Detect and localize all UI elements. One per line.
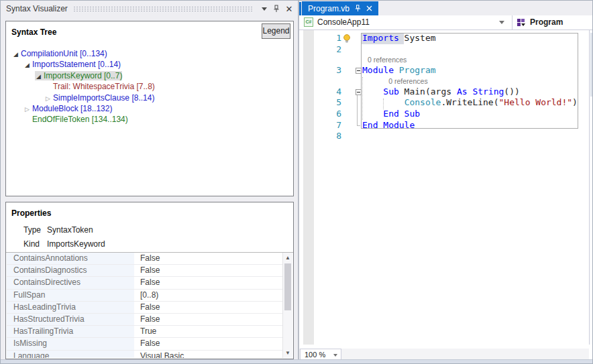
code-line[interactable]: 5 Console.WriteLine("Hello World!") [304,97,588,109]
chevron-down-icon[interactable] [499,21,504,24]
glyph-margin [341,131,362,142]
tree-node-label: SimpleImportsClause [8..14) [53,93,154,103]
syntax-tree-panel: Syntax Tree Legend ◢CompilationUnit [0..… [5,21,294,196]
tree-node-label: Trail: WhitespaceTrivia [7..8) [53,82,155,91]
divider [512,15,513,29]
property-row[interactable]: HasLeadingTriviaFalse [7,302,282,314]
property-name: Language [7,351,134,359]
code-line[interactable]: 8 [304,131,588,142]
property-value: False [134,302,282,313]
code-token: System [399,33,436,44]
line-number: 6 [304,109,341,120]
code-editor[interactable]: 1Imports System20 references3Module Prog… [304,33,588,142]
tree-node[interactable]: ◢ImportsKeyword [0..7) [7,70,292,81]
lightbulb-icon[interactable] [343,34,351,43]
summary-row: KindImportsKeyword [23,237,105,251]
code-line[interactable]: 3Module Program [304,65,588,76]
expand-triangle-icon[interactable]: ◢ [12,49,19,60]
glyph-margin [341,44,362,56]
code-line[interactable]: 4 Sub Main(args As String()) [304,86,588,98]
tree-node-label: ImportsKeyword [0..7) [44,71,122,80]
property-row[interactable]: LanguageVisual Basic [7,351,282,359]
glyph-margin [341,109,362,120]
property-name: HasStructuredTrivia [7,314,134,325]
tab-program-vb[interactable]: Program.vb [302,1,378,15]
property-name: FullSpan [7,290,134,301]
close-icon[interactable] [366,5,372,11]
tree-node[interactable]: Trail: WhitespaceTrivia [7..8) [7,81,292,92]
code-line[interactable]: 6 End Sub [304,109,588,120]
collapse-region-icon[interactable] [356,89,362,95]
window-bottom-edge [1,359,592,363]
property-row[interactable]: IsMissingFalse [7,338,282,350]
tree-node[interactable]: EndOfFileToken [134..134) [7,114,292,125]
code-line[interactable]: 1Imports System [304,33,588,44]
document-tabbar: Program.vb [299,1,593,15]
property-row[interactable]: ContainsDiagnosticsFalse [7,265,282,277]
editor-pane: Program.vb C# ConsoleApp11 [299,1,593,361]
property-row[interactable]: FullSpan[0..8) [7,290,282,302]
syntax-tree-header: Syntax Tree [11,27,56,37]
line-number: 4 [304,86,341,98]
code-token: As [457,86,468,98]
code-token [394,65,399,76]
syntax-visualizer-titlebar[interactable]: Syntax Visualizer ✕ [1,1,298,17]
line-number: 1 [304,33,341,44]
tree-node[interactable]: ◢ImportsStatement [0..14) [7,59,292,70]
window-position-button[interactable] [259,3,270,14]
code-token: Imports [362,33,399,44]
glyph-margin [341,65,362,76]
property-row[interactable]: ContainsDirectivesFalse [7,277,282,289]
tree-node-label: ImportsStatement [0..14) [32,60,121,69]
tree-node[interactable]: ▷SimpleImportsClause [8..14) [7,93,292,103]
collapse-triangle-icon[interactable]: ▷ [44,93,52,104]
collapse-region-icon[interactable] [356,68,362,74]
property-row[interactable]: ContainsAnnotationsFalse [7,253,282,265]
codelens-references[interactable]: 0 references [304,76,588,86]
code-token: Module [362,65,394,76]
code-token: End Sub [383,109,420,120]
scroll-down-icon[interactable]: ▼ [283,350,292,356]
member-dropdown[interactable]: Program [517,17,563,27]
property-name: HasTrailingTrivia [7,326,134,337]
property-name: IsMissing [7,338,134,349]
code-token [362,97,405,109]
scrollbar-thumb[interactable] [284,263,291,310]
collapse-triangle-icon[interactable]: ▷ [23,104,31,115]
scroll-up-icon[interactable]: ▲ [283,255,292,261]
property-row[interactable]: HasStructuredTriviaFalse [7,314,282,326]
code-token: String [472,86,504,98]
close-icon: ✕ [286,5,293,13]
code-token [362,86,383,98]
expand-triangle-icon[interactable]: ◢ [35,71,42,82]
code-token: ()) [504,86,519,98]
pin-icon[interactable] [355,5,361,12]
tree-node[interactable]: ▷ModuleBlock [18..132) [7,103,292,114]
expand-triangle-icon[interactable]: ◢ [23,60,31,70]
module-icon [517,18,526,27]
project-dropdown[interactable]: C# ConsoleApp11 [304,17,370,27]
property-value: False [134,314,282,325]
scrollbar-thumb[interactable] [590,33,593,97]
drag-grip[interactable] [73,6,254,12]
code-token: Console [405,97,441,109]
code-line[interactable]: 2 [304,44,588,56]
pin-button[interactable] [271,3,282,14]
property-row[interactable]: HasTrailingTriviaTrue [7,326,282,338]
codelens-references[interactable]: 0 references [304,55,588,65]
property-value: False [134,253,282,264]
line-number: 5 [304,97,341,109]
legend-button[interactable]: Legend [262,23,290,39]
tab-title: Program.vb [308,4,349,13]
glyph-margin [341,33,362,44]
glyph-margin [341,86,362,98]
code-line[interactable]: 7End Module [304,120,588,131]
editor-scrollbar[interactable] [589,30,593,345]
line-number: 8 [304,131,341,142]
properties-scrollbar[interactable]: ▲ ▼ [282,253,292,358]
vb-project-icon: C# [304,17,313,27]
close-button[interactable]: ✕ [284,3,294,14]
syntax-tree: ◢CompilationUnit [0..134)◢ImportsStateme… [7,48,292,195]
code-token: End Module [362,120,415,131]
tree-node[interactable]: ◢CompilationUnit [0..134) [7,48,292,59]
